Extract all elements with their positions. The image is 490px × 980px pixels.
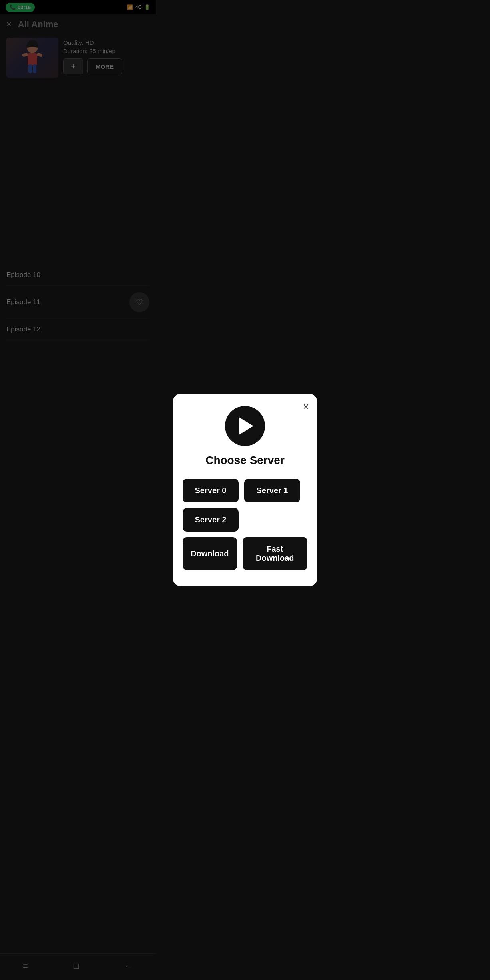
- modal-overlay[interactable]: [0, 0, 156, 340]
